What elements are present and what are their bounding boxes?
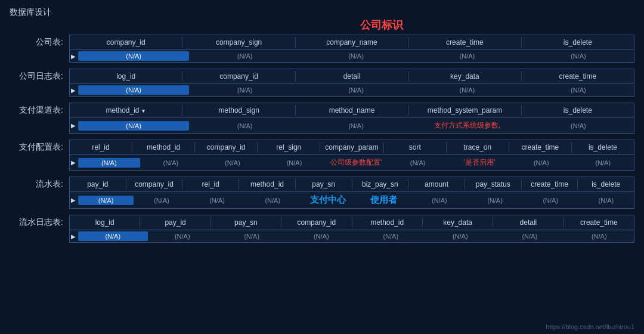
data-cell-4-7: (N/A) bbox=[467, 196, 522, 205]
data-cell-5-7: (N/A) bbox=[565, 231, 634, 241]
data-row-5: ▶(N/A)(N/A)(N/A)(N/A)(N/A)(N/A)(N/A)(N/A… bbox=[70, 230, 634, 242]
header-cell-3-1: method_id bbox=[132, 142, 195, 153]
table-row-3: 支付配置表:rel_idmethod_idcompany_idrel_signc… bbox=[10, 140, 634, 171]
header-cell-1-0: log_id bbox=[70, 71, 182, 82]
data-cell-4-0: (N/A) bbox=[78, 196, 134, 205]
arrow-icon-0: ▶ bbox=[70, 53, 78, 60]
arrow-icon-3: ▶ bbox=[70, 159, 78, 166]
data-cell-1-4: (N/A) bbox=[523, 85, 634, 95]
table-label-5: 流水日志表: bbox=[10, 215, 69, 228]
header-cell-1-2: detail bbox=[296, 71, 408, 82]
data-cell-3-3: (N/A) bbox=[264, 158, 326, 168]
table-header-3: rel_idmethod_idcompany_idrel_signcompany… bbox=[70, 140, 634, 155]
data-cell-3-0: (N/A) bbox=[78, 158, 140, 168]
table-header-0: company_idcompany_signcompany_namecreate… bbox=[70, 35, 634, 50]
header-cell-3-7: create_time bbox=[509, 142, 572, 153]
header-cell-3-2: company_id bbox=[195, 142, 258, 153]
header-cell-2-2: method_name bbox=[296, 105, 408, 116]
header-cell-1-3: key_data bbox=[408, 71, 521, 82]
data-cell-4-3: (N/A) bbox=[245, 196, 301, 205]
table-row-4: 流水表:pay_idcompany_idrel_idmethod_idpay_s… bbox=[10, 177, 634, 209]
header-cell-4-0: pay_id bbox=[70, 179, 126, 190]
data-row-0: ▶(N/A)(N/A)(N/A)(N/A)(N/A) bbox=[70, 50, 634, 62]
data-cell-2-0: (N/A) bbox=[78, 121, 189, 131]
table-wrapper-0: company_idcompany_signcompany_namecreate… bbox=[69, 35, 634, 63]
arrow-icon-2: ▶ bbox=[70, 122, 78, 129]
data-cell-2-2: (N/A) bbox=[301, 121, 411, 131]
data-cell-4-4: 支付中心 bbox=[301, 193, 356, 207]
table-wrapper-1: log_idcompany_iddetailkey_datacreate_tim… bbox=[69, 69, 634, 97]
data-cell-3-7: (N/A) bbox=[510, 158, 572, 168]
page-title: 数据库设计 bbox=[10, 7, 51, 18]
table-wrapper-3: rel_idmethod_idcompany_idrel_signcompany… bbox=[69, 140, 634, 171]
data-cell-1-1: (N/A) bbox=[189, 85, 300, 95]
header-cell-5-3: company_id bbox=[281, 217, 352, 228]
watermark: https://blog.csdn.net/liuzhirou1 bbox=[546, 323, 634, 330]
company-sign-label: 公司标识 bbox=[10, 18, 634, 32]
data-cell-3-5: (N/A) bbox=[387, 158, 449, 168]
data-cell-4-1: (N/A) bbox=[134, 196, 189, 205]
data-cell-3-8: (N/A) bbox=[572, 158, 634, 168]
table-row-5: 流水日志表:log_idpay_idpay_sncompany_idmethod… bbox=[10, 215, 634, 243]
data-cell-2-3: 支付方式系统级参数, bbox=[411, 119, 522, 132]
data-cell-4-6: (N/A) bbox=[411, 196, 467, 205]
table-header-4: pay_idcompany_idrel_idmethod_idpay_snbiz… bbox=[70, 177, 634, 192]
header-cell-3-5: sort bbox=[384, 142, 447, 153]
header-cell-2-3: method_system_param bbox=[408, 105, 521, 116]
data-cell-2-4: (N/A) bbox=[523, 121, 634, 131]
data-row-2: ▶(N/A)(N/A)(N/A)支付方式系统级参数,(N/A) bbox=[70, 118, 634, 133]
data-cell-3-6: '是否启用' bbox=[448, 156, 510, 169]
table-row-2: 支付渠道表:method_idmethod_signmethod_namemet… bbox=[10, 103, 634, 134]
data-cell-0-4: (N/A) bbox=[523, 51, 634, 61]
header-cell-1-1: company_id bbox=[182, 71, 295, 82]
header-cell-4-1: company_id bbox=[126, 179, 183, 190]
table-label-1: 公司日志表: bbox=[10, 69, 69, 82]
header-cell-3-6: trace_on bbox=[447, 142, 509, 153]
data-cell-3-2: (N/A) bbox=[202, 158, 264, 168]
header-cell-3-3: rel_sign bbox=[258, 142, 320, 153]
header-cell-4-2: rel_id bbox=[182, 179, 239, 190]
table-wrapper-2: method_idmethod_signmethod_namemethod_sy… bbox=[69, 103, 634, 134]
header-cell-4-7: pay_status bbox=[465, 179, 522, 190]
data-cell-5-0: (N/A) bbox=[78, 231, 148, 241]
header-cell-2-1: method_sign bbox=[182, 105, 295, 116]
header-cell-0-3: create_time bbox=[408, 37, 521, 48]
data-cell-4-8: (N/A) bbox=[523, 196, 578, 205]
arrow-icon-1: ▶ bbox=[70, 87, 78, 94]
header-cell-0-2: company_name bbox=[296, 37, 408, 48]
header-cell-3-4: company_param bbox=[320, 142, 383, 153]
header-cell-2-0: method_id bbox=[70, 105, 182, 116]
header-cell-5-5: key_data bbox=[423, 217, 493, 228]
header-cell-4-9: is_delete bbox=[578, 179, 634, 190]
main-container: 公司标识 公司表:company_idcompany_signcompany_n… bbox=[10, 18, 634, 322]
table-header-5: log_idpay_idpay_sncompany_idmethod_idkey… bbox=[70, 215, 634, 230]
header-cell-4-6: amount bbox=[408, 179, 465, 190]
data-cell-1-0: (N/A) bbox=[78, 85, 189, 95]
header-cell-5-4: method_id bbox=[352, 217, 423, 228]
header-cell-0-4: is_delete bbox=[522, 37, 634, 48]
table-label-4: 流水表: bbox=[10, 177, 69, 190]
table-row-1: 公司日志表:log_idcompany_iddetailkey_datacrea… bbox=[10, 69, 634, 97]
data-cell-0-0: (N/A) bbox=[78, 51, 189, 61]
data-cell-5-2: (N/A) bbox=[217, 231, 287, 241]
header-cell-4-8: create_time bbox=[522, 179, 578, 190]
center-label: 公司标识 bbox=[360, 19, 403, 31]
data-cell-0-1: (N/A) bbox=[189, 51, 300, 61]
data-cell-5-5: (N/A) bbox=[426, 231, 496, 241]
header-cell-5-7: create_time bbox=[564, 217, 634, 228]
header-cell-3-8: is_delete bbox=[572, 142, 634, 153]
header-cell-5-2: pay_sn bbox=[211, 217, 281, 228]
data-cell-3-1: (N/A) bbox=[140, 158, 202, 168]
header-cell-4-3: method_id bbox=[239, 179, 296, 190]
table-label-3: 支付配置表: bbox=[10, 140, 69, 153]
data-cell-1-2: (N/A) bbox=[301, 85, 411, 95]
data-cell-4-2: (N/A) bbox=[189, 196, 244, 205]
data-cell-5-1: (N/A) bbox=[148, 231, 218, 241]
data-cell-0-3: (N/A) bbox=[411, 51, 522, 61]
table-header-2: method_idmethod_signmethod_namemethod_sy… bbox=[70, 103, 634, 118]
header-cell-0-1: company_sign bbox=[182, 37, 295, 48]
header-cell-5-1: pay_id bbox=[140, 217, 210, 228]
header-cell-3-0: rel_id bbox=[70, 142, 132, 153]
data-row-4: ▶(N/A)(N/A)(N/A)(N/A)支付中心使用者(N/A)(N/A)(N… bbox=[70, 192, 634, 208]
table-header-1: log_idcompany_iddetailkey_datacreate_tim… bbox=[70, 69, 634, 84]
